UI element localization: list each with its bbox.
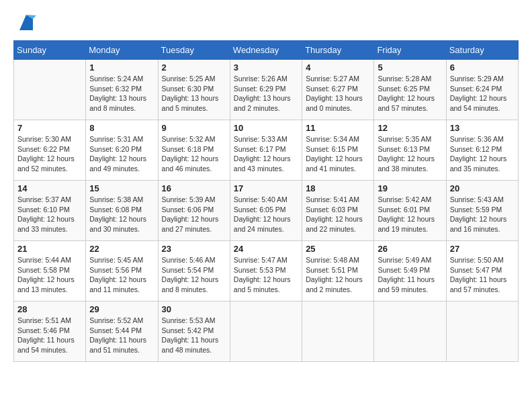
calendar-cell: 19Sunrise: 5:42 AMSunset: 6:01 PMDayligh… (374, 181, 446, 241)
day-info: Sunrise: 5:49 AMSunset: 5:49 PMDaylight:… (378, 255, 442, 295)
week-row: 7Sunrise: 5:30 AMSunset: 6:22 PMDaylight… (14, 120, 519, 181)
calendar-cell: 30Sunrise: 5:53 AMSunset: 5:42 PMDayligh… (158, 302, 230, 362)
day-number: 12 (378, 123, 442, 133)
calendar-cell: 5Sunrise: 5:28 AMSunset: 6:25 PMDaylight… (374, 60, 446, 120)
day-info: Sunrise: 5:40 AMSunset: 6:05 PMDaylight:… (234, 195, 298, 234)
day-number: 26 (378, 244, 442, 254)
calendar-cell: 22Sunrise: 5:45 AMSunset: 5:56 PMDayligh… (86, 241, 158, 302)
calendar-cell (14, 60, 86, 120)
day-number: 22 (89, 244, 154, 254)
calendar-cell (374, 302, 446, 362)
day-number: 15 (89, 183, 154, 193)
day-of-week-header: Tuesday (158, 41, 230, 60)
day-number: 23 (162, 244, 226, 254)
calendar-cell: 10Sunrise: 5:33 AMSunset: 6:17 PMDayligh… (230, 120, 302, 181)
week-row: 28Sunrise: 5:51 AMSunset: 5:46 PMDayligh… (14, 302, 519, 362)
day-info: Sunrise: 5:39 AMSunset: 6:06 PMDaylight:… (162, 195, 226, 234)
day-of-week-header: Monday (86, 41, 158, 60)
calendar-cell (446, 302, 518, 362)
day-info: Sunrise: 5:30 AMSunset: 6:22 PMDaylight:… (17, 134, 82, 174)
calendar-cell: 23Sunrise: 5:46 AMSunset: 5:54 PMDayligh… (158, 241, 230, 302)
calendar-cell: 6Sunrise: 5:29 AMSunset: 6:24 PMDaylight… (446, 60, 518, 120)
calendar-cell: 21Sunrise: 5:44 AMSunset: 5:58 PMDayligh… (14, 241, 86, 302)
day-info: Sunrise: 5:37 AMSunset: 6:10 PMDaylight:… (17, 195, 82, 234)
day-number: 24 (234, 244, 298, 254)
day-number: 4 (306, 62, 370, 73)
day-number: 6 (450, 62, 515, 73)
calendar-cell: 13Sunrise: 5:36 AMSunset: 6:12 PMDayligh… (446, 120, 518, 181)
calendar-cell: 14Sunrise: 5:37 AMSunset: 6:10 PMDayligh… (14, 181, 86, 241)
calendar-cell: 11Sunrise: 5:34 AMSunset: 6:15 PMDayligh… (302, 120, 374, 181)
day-info: Sunrise: 5:24 AMSunset: 6:32 PMDaylight:… (89, 74, 154, 113)
day-of-week-header: Wednesday (230, 41, 302, 60)
week-row: 1Sunrise: 5:24 AMSunset: 6:32 PMDaylight… (14, 60, 519, 120)
day-info: Sunrise: 5:34 AMSunset: 6:15 PMDaylight:… (306, 134, 370, 174)
calendar-cell: 25Sunrise: 5:48 AMSunset: 5:51 PMDayligh… (302, 241, 374, 302)
day-number: 30 (162, 304, 226, 314)
day-number: 5 (378, 62, 442, 73)
day-info: Sunrise: 5:51 AMSunset: 5:46 PMDaylight:… (17, 316, 82, 355)
day-number: 1 (89, 62, 154, 73)
calendar-cell: 7Sunrise: 5:30 AMSunset: 6:22 PMDaylight… (14, 120, 86, 181)
calendar-cell: 29Sunrise: 5:52 AMSunset: 5:44 PMDayligh… (86, 302, 158, 362)
day-info: Sunrise: 5:36 AMSunset: 6:12 PMDaylight:… (450, 134, 515, 174)
calendar-cell: 2Sunrise: 5:25 AMSunset: 6:30 PMDaylight… (158, 60, 230, 120)
calendar-cell: 18Sunrise: 5:41 AMSunset: 6:03 PMDayligh… (302, 181, 374, 241)
calendar-cell: 8Sunrise: 5:31 AMSunset: 6:20 PMDaylight… (86, 120, 158, 181)
day-info: Sunrise: 5:48 AMSunset: 5:51 PMDaylight:… (306, 255, 370, 295)
day-info: Sunrise: 5:35 AMSunset: 6:13 PMDaylight:… (378, 134, 442, 174)
day-info: Sunrise: 5:25 AMSunset: 6:30 PMDaylight:… (162, 74, 226, 113)
calendar-cell: 15Sunrise: 5:38 AMSunset: 6:08 PMDayligh… (86, 181, 158, 241)
calendar-cell: 28Sunrise: 5:51 AMSunset: 5:46 PMDayligh… (14, 302, 86, 362)
day-number: 14 (17, 183, 82, 193)
day-of-week-header: Saturday (446, 41, 518, 60)
page-header (13, 13, 519, 34)
day-of-week-header: Friday (374, 41, 446, 60)
day-number: 18 (306, 183, 370, 193)
day-number: 7 (17, 123, 82, 133)
day-info: Sunrise: 5:47 AMSunset: 5:53 PMDaylight:… (234, 255, 298, 295)
day-number: 9 (162, 123, 226, 133)
day-number: 16 (162, 183, 226, 193)
day-info: Sunrise: 5:31 AMSunset: 6:20 PMDaylight:… (89, 134, 154, 174)
calendar-table: SundayMondayTuesdayWednesdayThursdayFrid… (13, 40, 519, 362)
day-of-week-header: Sunday (14, 41, 86, 60)
calendar-cell: 16Sunrise: 5:39 AMSunset: 6:06 PMDayligh… (158, 181, 230, 241)
day-number: 17 (234, 183, 298, 193)
day-info: Sunrise: 5:43 AMSunset: 5:59 PMDaylight:… (450, 195, 515, 234)
day-info: Sunrise: 5:46 AMSunset: 5:54 PMDaylight:… (162, 255, 226, 295)
calendar-cell: 12Sunrise: 5:35 AMSunset: 6:13 PMDayligh… (374, 120, 446, 181)
day-number: 13 (450, 123, 515, 133)
day-info: Sunrise: 5:33 AMSunset: 6:17 PMDaylight:… (234, 134, 298, 174)
day-info: Sunrise: 5:52 AMSunset: 5:44 PMDaylight:… (89, 316, 154, 355)
day-number: 25 (306, 244, 370, 254)
week-row: 14Sunrise: 5:37 AMSunset: 6:10 PMDayligh… (14, 181, 519, 241)
calendar-cell: 1Sunrise: 5:24 AMSunset: 6:32 PMDaylight… (86, 60, 158, 120)
day-number: 2 (162, 62, 226, 73)
day-number: 20 (450, 183, 515, 193)
day-info: Sunrise: 5:29 AMSunset: 6:24 PMDaylight:… (450, 74, 515, 113)
logo-icon (16, 13, 36, 34)
day-number: 11 (306, 123, 370, 133)
day-number: 28 (17, 304, 82, 314)
calendar-cell: 20Sunrise: 5:43 AMSunset: 5:59 PMDayligh… (446, 181, 518, 241)
day-info: Sunrise: 5:50 AMSunset: 5:47 PMDaylight:… (450, 255, 515, 295)
day-info: Sunrise: 5:45 AMSunset: 5:56 PMDaylight:… (89, 255, 154, 295)
calendar-cell: 17Sunrise: 5:40 AMSunset: 6:05 PMDayligh… (230, 181, 302, 241)
calendar-cell: 24Sunrise: 5:47 AMSunset: 5:53 PMDayligh… (230, 241, 302, 302)
calendar-cell: 3Sunrise: 5:26 AMSunset: 6:29 PMDaylight… (230, 60, 302, 120)
day-of-week-header: Thursday (302, 41, 374, 60)
day-info: Sunrise: 5:32 AMSunset: 6:18 PMDaylight:… (162, 134, 226, 174)
calendar-cell (230, 302, 302, 362)
day-info: Sunrise: 5:27 AMSunset: 6:27 PMDaylight:… (306, 74, 370, 113)
calendar-cell (302, 302, 374, 362)
day-number: 8 (89, 123, 154, 133)
day-info: Sunrise: 5:38 AMSunset: 6:08 PMDaylight:… (89, 195, 154, 234)
day-number: 19 (378, 183, 442, 193)
day-number: 21 (17, 244, 82, 254)
logo (13, 13, 36, 34)
day-info: Sunrise: 5:53 AMSunset: 5:42 PMDaylight:… (162, 316, 226, 355)
calendar-cell: 27Sunrise: 5:50 AMSunset: 5:47 PMDayligh… (446, 241, 518, 302)
calendar-cell: 26Sunrise: 5:49 AMSunset: 5:49 PMDayligh… (374, 241, 446, 302)
week-row: 21Sunrise: 5:44 AMSunset: 5:58 PMDayligh… (14, 241, 519, 302)
